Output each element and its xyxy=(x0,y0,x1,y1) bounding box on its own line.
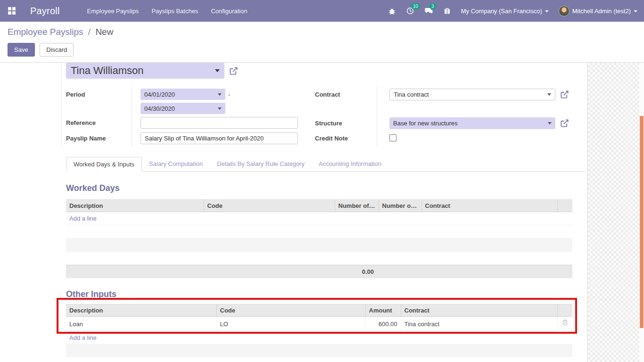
other-inputs-title: Other Inputs xyxy=(66,289,587,299)
breadcrumb-parent-link[interactable]: Employee Payslips xyxy=(8,27,83,37)
reference-label: Reference xyxy=(66,117,132,126)
save-button[interactable]: Save xyxy=(8,43,35,57)
credit-note-label: Credit Note xyxy=(315,132,377,142)
empty-row xyxy=(66,225,572,239)
period-to-select[interactable]: 04/30/2020 xyxy=(140,103,225,114)
employee-select[interactable]: Tina Williamson xyxy=(66,63,224,79)
payslip-name-input[interactable] xyxy=(140,132,298,144)
tab-salary-computation[interactable]: Salary Computation xyxy=(142,157,210,172)
scrollbar-thumb[interactable] xyxy=(640,116,644,328)
col-amount[interactable]: Amount xyxy=(365,304,401,317)
breadcrumb-separator: / xyxy=(86,27,93,37)
empty-row xyxy=(66,345,572,357)
worked-days-title: Worked Days xyxy=(66,183,587,193)
worked-days-total-row: 0.00 xyxy=(66,265,572,278)
activities-clock-icon[interactable]: 10 xyxy=(406,7,414,15)
top-navbar: Payroll Employee Payslips Payslips Batch… xyxy=(0,0,644,22)
apps-menu-icon[interactable] xyxy=(5,4,19,18)
dropdown-caret-icon xyxy=(218,93,222,96)
col-description[interactable]: Description xyxy=(66,304,216,317)
col-code[interactable]: Code xyxy=(204,200,335,212)
dropdown-caret-icon xyxy=(215,69,220,72)
cell-contract[interactable]: Tina contract xyxy=(401,317,557,331)
contract-value: Tina contract xyxy=(394,91,547,98)
discard-button[interactable]: Discard xyxy=(40,43,74,57)
chevron-down-icon xyxy=(634,10,637,12)
structure-label: Structure xyxy=(315,117,377,127)
messages-chat-icon[interactable]: 3 xyxy=(424,7,433,15)
tab-details-by-salary-rule-category[interactable]: Details By Salary Rule Category xyxy=(210,157,312,172)
col-actions xyxy=(557,304,572,317)
control-panel: Employee Payslips / New Save Discard xyxy=(0,22,644,63)
debug-bug-icon[interactable] xyxy=(388,7,396,15)
avatar xyxy=(559,6,570,16)
period-from-select[interactable]: 04/01/2020 xyxy=(140,89,225,100)
breadcrumb: Employee Payslips / New xyxy=(8,27,636,37)
cell-code[interactable]: LO xyxy=(216,317,365,331)
structure-select[interactable]: Base for new structures xyxy=(389,117,555,129)
payroll-app-window: Payroll Employee Payslips Payslips Batch… xyxy=(0,0,644,362)
menu-payslips-batches[interactable]: Payslips Batches xyxy=(151,5,198,17)
external-link-icon[interactable] xyxy=(229,66,238,75)
employee-name: Tina Williamson xyxy=(71,65,215,77)
empty-row xyxy=(66,252,572,265)
scrollbar-track[interactable] xyxy=(639,63,644,362)
attachment-preview-panel xyxy=(587,63,639,362)
col-number-of-hours[interactable]: Number of ... xyxy=(379,200,421,212)
col-number-of-days[interactable]: Number of ... xyxy=(335,200,379,212)
external-link-icon[interactable] xyxy=(560,119,569,128)
worked-days-total: 0.00 xyxy=(66,268,379,275)
period-from-value: 04/01/2020 xyxy=(144,91,218,98)
cell-amount[interactable]: 600.00 xyxy=(365,317,401,331)
contract-label: Contract xyxy=(315,89,377,98)
col-code[interactable]: Code xyxy=(216,304,365,317)
user-menu[interactable]: Mitchell Admin (test2) xyxy=(559,6,637,16)
contract-select[interactable]: Tina contract xyxy=(389,89,555,100)
app-title[interactable]: Payroll xyxy=(30,6,60,16)
trash-icon xyxy=(562,319,568,326)
company-switcher[interactable]: My Company (San Francisco) xyxy=(461,8,549,15)
external-link-icon[interactable] xyxy=(560,90,569,99)
worked-days-table: Description Code Number of ... Number of… xyxy=(66,199,572,265)
other-inputs-add-a-line[interactable]: Add a line xyxy=(66,331,572,345)
tab-worked-days-inputs[interactable]: Worked Days & Inputs xyxy=(66,157,142,172)
payslip-name-label: Payslip Name xyxy=(66,132,132,142)
form-view: Tina Williamson Period xyxy=(0,63,644,362)
user-name: Mitchell Admin (test2) xyxy=(572,8,631,15)
gift-icon[interactable] xyxy=(443,7,451,15)
col-contract[interactable]: Contract xyxy=(401,304,557,317)
main-menus: Employee Payslips Payslips Batches Confi… xyxy=(87,5,248,17)
col-contract[interactable]: Contract xyxy=(421,200,557,212)
table-row[interactable]: Loan LO 600.00 Tina contract xyxy=(66,317,572,331)
delete-row-button[interactable] xyxy=(558,317,573,329)
company-name: My Company (San Francisco) xyxy=(461,8,542,15)
credit-note-checkbox[interactable] xyxy=(389,134,396,141)
dropdown-caret-icon xyxy=(218,107,222,110)
breadcrumb-current: New xyxy=(95,27,113,37)
structure-value: Base for new structures xyxy=(393,120,548,127)
dropdown-caret-icon xyxy=(547,93,551,96)
tab-accounting-information[interactable]: Accounting Information xyxy=(312,157,388,172)
notebook-tabs: Worked Days & Inputs Salary Computation … xyxy=(66,157,585,172)
menu-employee-payslips[interactable]: Employee Payslips xyxy=(87,5,139,17)
menu-configuration[interactable]: Configuration xyxy=(211,5,247,17)
empty-row xyxy=(66,239,572,252)
cell-description[interactable]: Loan xyxy=(66,317,216,331)
period-to-value: 04/30/2020 xyxy=(144,105,218,112)
reference-input[interactable] xyxy=(140,117,298,129)
period-label: Period xyxy=(66,89,132,98)
dropdown-caret-icon xyxy=(548,122,552,124)
activity-count-badge: 10 xyxy=(411,3,420,9)
period-dash: - xyxy=(228,89,230,98)
worked-days-add-a-line[interactable]: Add a line xyxy=(66,212,572,225)
chevron-down-icon xyxy=(545,10,549,12)
other-inputs-table: Description Code Amount Contract Loan LO… xyxy=(66,304,572,331)
message-count-badge: 3 xyxy=(429,3,436,9)
col-actions xyxy=(557,200,572,212)
form-sheet: Tina Williamson Period xyxy=(0,63,587,362)
col-description[interactable]: Description xyxy=(66,200,204,212)
